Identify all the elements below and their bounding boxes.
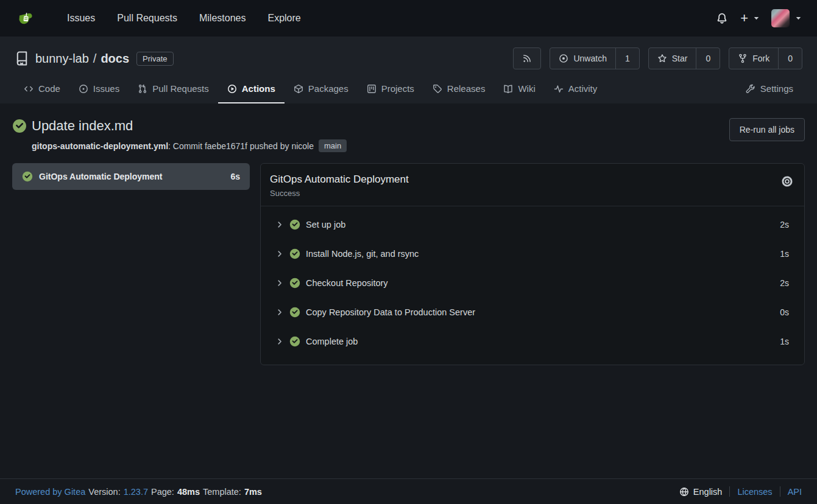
step-duration: 2s — [780, 278, 789, 288]
job-duration: 6s — [230, 172, 240, 181]
job-status-success-icon — [22, 171, 33, 182]
step-status-success-icon — [289, 307, 300, 318]
workflow-file-link[interactable]: gitops-automatic-deployment.yml — [32, 141, 168, 151]
star-button[interactable]: Star — [649, 48, 696, 69]
navbar-item-explore[interactable]: Explore — [256, 8, 311, 29]
tab-activity[interactable]: Activity — [545, 75, 607, 103]
tab-projects[interactable]: Projects — [358, 75, 423, 103]
job-list: GitOps Automatic Deployment 6s — [12, 163, 250, 190]
issue-icon — [79, 84, 88, 94]
language-selector[interactable]: English — [679, 487, 723, 497]
tab-label: Activity — [568, 83, 598, 94]
package-icon — [294, 84, 303, 94]
tab-label: Actions — [242, 83, 275, 94]
rss-icon — [522, 54, 532, 63]
watch-button-group: Unwatch 1 — [550, 47, 639, 69]
user-menu[interactable] — [771, 9, 801, 27]
code-icon — [24, 84, 34, 94]
tab-issues[interactable]: Issues — [69, 75, 129, 103]
navbar-item-issues[interactable]: Issues — [56, 8, 106, 29]
star-button-group: Star 0 — [648, 47, 720, 69]
tab-wiki[interactable]: Wiki — [494, 75, 544, 103]
chevron-right-icon[interactable] — [275, 308, 284, 317]
job-status-text: Success — [270, 189, 793, 198]
stars-count[interactable]: 0 — [696, 48, 720, 69]
top-navbar: IssuesPull RequestsMilestonesExplore + — [0, 0, 817, 37]
template-time-value: 7ms — [244, 487, 262, 497]
star-icon — [657, 54, 667, 63]
run-header: Update index.md gitops-automatic-deploym… — [12, 118, 347, 152]
footer: Powered by Gitea Version: 1.23.7 Page: 4… — [0, 478, 817, 504]
chevron-right-icon[interactable] — [275, 250, 284, 258]
avatar[interactable] — [771, 9, 790, 27]
run-status-success-icon — [12, 119, 27, 133]
step-name: Install Node.js, git, and rsync — [306, 249, 419, 259]
private-badge: Private — [136, 52, 173, 66]
run-title: Update index.md — [32, 118, 133, 134]
repo-title: bunny-lab / docs — [35, 52, 129, 66]
fork-button[interactable]: Fork — [729, 48, 778, 69]
step-name: Checkout Repository — [306, 278, 388, 288]
job-item-gitops-automatic-deployment[interactable]: GitOps Automatic Deployment 6s — [12, 163, 250, 190]
repo-owner-link[interactable]: bunny-lab — [35, 52, 89, 66]
step-copy-repository-data-to-production-server[interactable]: Copy Repository Data to Production Serve… — [261, 298, 804, 327]
rerun-all-jobs-button[interactable]: Re-run all jobs — [729, 118, 805, 141]
chevron-right-icon[interactable] — [275, 220, 284, 229]
step-name: Complete job — [306, 337, 358, 346]
page-time-value: 48ms — [177, 487, 200, 497]
tab-settings[interactable]: Settings — [737, 75, 802, 103]
tab-code[interactable]: Code — [15, 75, 69, 103]
page-time-label: Page: — [151, 487, 174, 497]
run-subtitle: gitops-automatic-deployment.yml: Commit … — [32, 139, 347, 152]
version-link[interactable]: 1.23.7 — [124, 487, 148, 497]
forks-count[interactable]: 0 — [778, 48, 802, 69]
tab-label: Projects — [381, 83, 414, 94]
step-install-node-js-git-and-rsync[interactable]: Install Node.js, git, and rsync 1s — [261, 239, 804, 268]
step-set-up-job[interactable]: Set up job 2s — [261, 210, 804, 239]
tab-releases[interactable]: Releases — [423, 75, 495, 103]
repo-tabs: CodeIssuesPull RequestsActionsPackagesPr… — [15, 75, 802, 103]
navbar-links: IssuesPull RequestsMilestonesExplore — [56, 8, 312, 29]
commit-info: : Commit faebe1671f pushed by nicole — [168, 141, 314, 151]
gear-icon[interactable] — [780, 175, 794, 188]
tab-label: Pull Requests — [152, 83, 209, 94]
tab-packages[interactable]: Packages — [285, 75, 358, 103]
gitea-logo-icon[interactable] — [16, 8, 37, 29]
step-checkout-repository[interactable]: Checkout Repository 2s — [261, 268, 804, 298]
create-new-button[interactable]: + — [740, 12, 759, 25]
project-icon — [367, 84, 377, 94]
job-detail-title: GitOps Automatic Deployment — [270, 173, 793, 186]
licenses-link[interactable]: Licenses — [737, 487, 772, 497]
pull-request-icon — [138, 84, 147, 94]
actions-icon — [227, 84, 237, 94]
step-duration: 0s — [780, 307, 789, 317]
wiki-icon — [503, 84, 513, 94]
fork-icon — [738, 54, 748, 63]
tab-label: Releases — [447, 83, 486, 94]
step-status-success-icon — [289, 248, 300, 259]
chevron-right-icon[interactable] — [275, 337, 284, 346]
tag-icon — [433, 84, 442, 94]
repo-separator: / — [93, 52, 97, 66]
divider — [729, 486, 730, 497]
watchers-count[interactable]: 1 — [615, 48, 639, 69]
job-detail-header: GitOps Automatic Deployment Success — [261, 164, 804, 206]
rss-button[interactable] — [513, 47, 541, 69]
powered-by-gitea-link[interactable]: Powered by Gitea — [15, 487, 85, 497]
plus-icon: + — [740, 12, 748, 25]
step-name: Copy Repository Data to Production Serve… — [306, 307, 475, 317]
navbar-item-milestones[interactable]: Milestones — [188, 8, 256, 29]
chevron-right-icon[interactable] — [275, 279, 284, 287]
tab-pull-requests[interactable]: Pull Requests — [129, 75, 218, 103]
repo-name-link[interactable]: docs — [101, 52, 129, 66]
tab-actions[interactable]: Actions — [218, 75, 285, 103]
notifications-bell-icon[interactable] — [716, 12, 728, 25]
step-status-success-icon — [289, 219, 300, 230]
eye-icon — [559, 54, 568, 63]
api-link[interactable]: API — [788, 487, 802, 497]
navbar-item-pull-requests[interactable]: Pull Requests — [106, 8, 188, 29]
step-name: Set up job — [306, 220, 345, 229]
step-complete-job[interactable]: Complete job 1s — [261, 327, 804, 356]
unwatch-button[interactable]: Unwatch — [550, 48, 615, 69]
branch-badge[interactable]: main — [319, 139, 347, 152]
